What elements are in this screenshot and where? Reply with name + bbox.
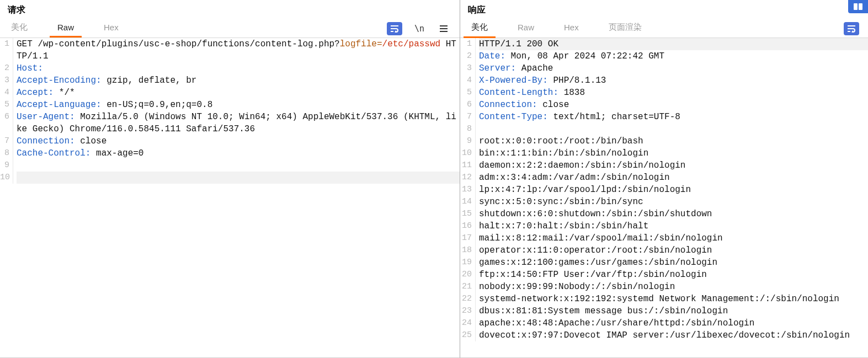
code-line[interactable]: mail:x:8:12:mail:/var/spool/mail:/sbin/n…	[479, 232, 868, 244]
line-number: 20	[460, 269, 473, 281]
line-number: 7	[0, 135, 10, 147]
code-line[interactable]: HTTP/1.1 200 OK	[479, 38, 868, 50]
tab-render-resp[interactable]: 页面渲染	[601, 19, 649, 38]
request-toolbar: \n	[387, 22, 456, 35]
tab-pretty[interactable]: 美化	[3, 19, 35, 38]
line-number: 5	[460, 87, 473, 99]
response-toolbar	[844, 22, 865, 35]
line-number: 10	[460, 147, 473, 159]
line-number: 22	[460, 293, 473, 305]
line-number: 11	[460, 159, 473, 172]
line-number: 9	[0, 159, 10, 172]
line-number: 23	[460, 305, 473, 317]
line-number: 16	[460, 220, 473, 232]
layout-columns-icon[interactable]	[848, 0, 868, 13]
code-line[interactable]	[17, 172, 460, 184]
tab-hex-resp[interactable]: Hex	[556, 19, 587, 38]
code-line[interactable]: User-Agent: Mozilla/5.0 (Windows NT 10.0…	[17, 111, 460, 135]
code-line[interactable]: Server: Apache	[479, 62, 868, 74]
line-number: 2	[460, 50, 473, 62]
code-line[interactable]: sync:x:5:0:sync:/sbin:/bin/sync	[479, 196, 868, 208]
line-number: 17	[460, 232, 473, 244]
line-number: 24	[460, 317, 473, 329]
line-number: 9	[460, 135, 473, 147]
response-tabbar: 美化 Raw Hex 页面渲染	[460, 19, 868, 38]
code-line[interactable]: shutdown:x:6:0:shutdown:/sbin:/sbin/shut…	[479, 208, 868, 220]
line-number: 19	[460, 257, 473, 269]
code-line[interactable]: Cache-Control: max-age=0	[17, 147, 460, 159]
line-number: 10	[0, 172, 10, 184]
line-number: 6	[0, 111, 10, 135]
code-line[interactable]: Connection: close	[479, 99, 868, 111]
line-number: 8	[0, 147, 10, 159]
line-number: 8	[460, 123, 473, 135]
show-newline-icon[interactable]: \n	[412, 22, 427, 35]
line-number: 15	[460, 208, 473, 220]
code-line[interactable]: dovecot:x:97:97:Dovecot IMAP server:/usr…	[479, 329, 868, 341]
line-number: 12	[460, 172, 473, 184]
line-number: 25	[460, 329, 473, 341]
code-line[interactable]: Content-Type: text/html; charset=UTF-8	[479, 111, 868, 123]
request-editor[interactable]: 12345678910 GET /wp-content/plugins/usc-…	[0, 38, 460, 357]
code-line[interactable]: Connection: close	[17, 135, 460, 147]
line-number: 21	[460, 281, 473, 293]
code-line[interactable]: operator:x:11:0:operator:/root:/sbin/nol…	[479, 244, 868, 257]
wrap-toggle-icon-resp[interactable]	[844, 22, 859, 35]
line-number: 1	[0, 38, 10, 62]
line-number: 4	[0, 87, 10, 99]
request-tabbar: 美化 Raw Hex \n	[0, 19, 460, 38]
request-panel: 请求 美化 Raw Hex \n 12345678910 GET /wp-con…	[0, 0, 460, 358]
line-number: 3	[0, 74, 10, 87]
request-title: 请求	[0, 0, 460, 19]
code-line[interactable]: Accept-Encoding: gzip, deflate, br	[17, 74, 460, 87]
code-line[interactable]: daemon:x:2:2:daemon:/sbin:/sbin/nologin	[479, 159, 868, 172]
tab-raw[interactable]: Raw	[50, 19, 82, 38]
code-line[interactable]: Accept: */*	[17, 87, 460, 99]
line-number: 2	[0, 62, 10, 74]
response-title: 响应	[460, 0, 868, 19]
code-line[interactable]: lp:x:4:7:lp:/var/spool/lpd:/sbin/nologin	[479, 184, 868, 196]
code-line[interactable]: nobody:x:99:99:Nobody:/:/sbin/nologin	[479, 281, 868, 293]
code-line[interactable]: Host:	[17, 62, 460, 74]
svg-rect-0	[854, 3, 858, 10]
svg-rect-1	[859, 3, 862, 10]
code-line[interactable]: Accept-Language: en-US;q=0.9,en;q=0.8	[17, 99, 460, 111]
code-line[interactable]: bin:x:1:1:bin:/bin:/sbin/nologin	[479, 147, 868, 159]
code-line[interactable]: systemd-network:x:192:192:systemd Networ…	[479, 293, 868, 305]
line-number: 13	[460, 184, 473, 196]
code-line[interactable]: Content-Length: 1838	[479, 87, 868, 99]
line-number: 14	[460, 196, 473, 208]
code-line[interactable]: adm:x:3:4:adm:/var/adm:/sbin/nologin	[479, 172, 868, 184]
code-line[interactable]: root:x:0:0:root:/root:/bin/bash	[479, 135, 868, 147]
tab-pretty-resp[interactable]: 美化	[464, 19, 496, 38]
response-panel: 响应 美化 Raw Hex 页面渲染 123456789101112131415…	[460, 0, 868, 358]
code-line[interactable]	[479, 123, 868, 135]
response-editor[interactable]: 1234567891011121314151617181920212223242…	[460, 38, 868, 357]
menu-icon[interactable]	[436, 22, 451, 35]
line-number: 7	[460, 111, 473, 123]
code-line[interactable]: ftp:x:14:50:FTP User:/var/ftp:/sbin/nolo…	[479, 269, 868, 281]
tab-hex[interactable]: Hex	[96, 19, 126, 38]
line-number: 1	[460, 38, 473, 50]
line-number: 5	[0, 99, 10, 111]
code-line[interactable]	[17, 159, 460, 172]
wrap-toggle-icon[interactable]	[387, 22, 402, 35]
code-line[interactable]: games:x:12:100:games:/usr/games:/sbin/no…	[479, 257, 868, 269]
line-number: 4	[460, 74, 473, 87]
tab-raw-resp[interactable]: Raw	[510, 19, 542, 38]
code-line[interactable]: apache:x:48:48:Apache:/usr/share/httpd:/…	[479, 317, 868, 329]
code-line[interactable]: Date: Mon, 08 Apr 2024 07:22:42 GMT	[479, 50, 868, 62]
code-line[interactable]: X-Powered-By: PHP/8.1.13	[479, 74, 868, 87]
line-number: 6	[460, 99, 473, 111]
code-line[interactable]: GET /wp-content/plugins/usc-e-shop/funct…	[17, 38, 460, 62]
line-number: 3	[460, 62, 473, 74]
line-number: 18	[460, 244, 473, 257]
code-line[interactable]: dbus:x:81:81:System message bus:/:/sbin/…	[479, 305, 868, 317]
code-line[interactable]: halt:x:7:0:halt:/sbin:/sbin/halt	[479, 220, 868, 232]
